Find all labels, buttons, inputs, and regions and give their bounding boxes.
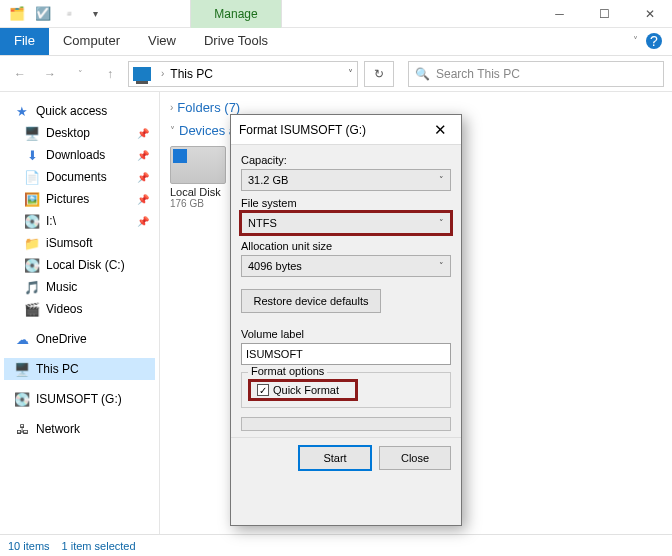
help-icon[interactable]: ?: [646, 33, 662, 49]
sidebar-quick-access[interactable]: ★ Quick access: [4, 100, 155, 122]
format-dialog: Format ISUMSOFT (G:) ✕ Capacity: 31.2 GB…: [230, 114, 462, 526]
sidebar-item-isumsoft[interactable]: 📁iSumsoft: [4, 232, 155, 254]
pin-icon: 📌: [137, 128, 149, 139]
title-bar: 🗂️ ☑️ ▫️ ▾ This PC ─ ☐ ✕: [0, 0, 672, 28]
sidebar-this-pc[interactable]: 🖥️This PC: [4, 358, 155, 380]
sidebar-item-i-drive[interactable]: 💽I:\📌: [4, 210, 155, 232]
sidebar-item-label: Videos: [46, 302, 82, 316]
volume-label-value: ISUMSOFT: [246, 348, 303, 360]
search-box[interactable]: 🔍 Search This PC: [408, 61, 664, 87]
collapse-ribbon-icon[interactable]: ˅: [633, 35, 638, 46]
qat-dropdown-icon[interactable]: ▾: [84, 3, 106, 25]
sidebar-onedrive[interactable]: ☁OneDrive: [4, 328, 155, 350]
file-tab[interactable]: File: [0, 28, 49, 55]
drive-icon: 💽: [14, 391, 30, 407]
format-progress-bar: [241, 417, 451, 431]
chevron-down-icon: ˅: [439, 175, 444, 185]
document-icon: 📄: [24, 169, 40, 185]
tab-computer[interactable]: Computer: [49, 28, 134, 55]
explorer-app-icon: 🗂️: [6, 3, 28, 25]
network-icon: 🖧: [14, 421, 30, 437]
sidebar-item-local-disk-c[interactable]: 💽Local Disk (C:): [4, 254, 155, 276]
address-chevron-icon[interactable]: ›: [161, 68, 164, 79]
drive-icon-box: [170, 146, 226, 184]
address-bar[interactable]: › This PC ˅: [128, 61, 358, 87]
quick-format-checkbox[interactable]: ✓: [257, 384, 269, 396]
picture-icon: 🖼️: [24, 191, 40, 207]
video-icon: 🎬: [24, 301, 40, 317]
dialog-buttons: Start Close: [231, 437, 461, 478]
sidebar-item-label: I:\: [46, 214, 56, 228]
up-button[interactable]: ↑: [98, 62, 122, 86]
sidebar-item-pictures[interactable]: 🖼️Pictures📌: [4, 188, 155, 210]
sidebar-item-documents[interactable]: 📄Documents📌: [4, 166, 155, 188]
chevron-down-icon: ˅: [170, 125, 175, 136]
sidebar-item-label: Pictures: [46, 192, 89, 206]
ribbon-spacer: [282, 28, 672, 55]
window-controls: ─ ☐ ✕: [537, 0, 672, 28]
dialog-title-text: Format ISUMSOFT (G:): [239, 123, 366, 137]
sidebar-item-videos[interactable]: 🎬Videos: [4, 298, 155, 320]
allocation-combo[interactable]: 4096 bytes˅: [241, 255, 451, 277]
close-button[interactable]: Close: [379, 446, 451, 470]
tab-view[interactable]: View: [134, 28, 190, 55]
quick-access-toolbar: 🗂️ ☑️ ▫️ ▾: [0, 3, 106, 25]
sidebar-item-downloads[interactable]: ⬇Downloads📌: [4, 144, 155, 166]
sidebar-item-music[interactable]: 🎵Music: [4, 276, 155, 298]
isumsoft-drive-label: ISUMSOFT (G:): [36, 392, 122, 406]
restore-defaults-button[interactable]: Restore device defaults: [241, 289, 381, 313]
filesystem-value: NTFS: [248, 217, 439, 229]
pin-icon: 📌: [137, 216, 149, 227]
tab-drive-tools[interactable]: Manage Drive Tools: [190, 28, 282, 55]
sidebar-item-label: Local Disk (C:): [46, 258, 125, 272]
recent-locations-icon[interactable]: ˅: [68, 62, 92, 86]
close-window-button[interactable]: ✕: [627, 0, 672, 28]
minimize-button[interactable]: ─: [537, 0, 582, 28]
this-pc-icon: 🖥️: [14, 361, 30, 377]
format-options-legend: Format options: [248, 365, 327, 377]
status-item-count: 10 items: [8, 540, 50, 552]
onedrive-label: OneDrive: [36, 332, 87, 346]
allocation-label: Allocation unit size: [241, 240, 451, 252]
sidebar-item-desktop[interactable]: 🖥️Desktop📌: [4, 122, 155, 144]
filesystem-label: File system: [241, 197, 451, 209]
volume-label-input[interactable]: ISUMSOFT: [241, 343, 451, 365]
folder-icon: 📁: [24, 235, 40, 251]
ribbon-tabs: File Computer View Manage Drive Tools ˅ …: [0, 28, 672, 56]
chevron-right-icon: ›: [170, 102, 173, 113]
back-button[interactable]: ←: [8, 62, 32, 86]
sidebar-network[interactable]: 🖧Network: [4, 418, 155, 440]
capacity-value: 31.2 GB: [248, 174, 439, 186]
network-label: Network: [36, 422, 80, 436]
cloud-icon: ☁: [14, 331, 30, 347]
qat-properties-icon[interactable]: ☑️: [32, 3, 54, 25]
filesystem-combo[interactable]: NTFS˅: [241, 212, 451, 234]
sidebar-item-label: Music: [46, 280, 77, 294]
search-placeholder: Search This PC: [436, 67, 520, 81]
maximize-button[interactable]: ☐: [582, 0, 627, 28]
address-dropdown-icon[interactable]: ˅: [348, 68, 353, 79]
star-icon: ★: [14, 103, 30, 119]
forward-button[interactable]: →: [38, 62, 62, 86]
status-bar: 10 items 1 item selected: [0, 534, 672, 556]
drive-icon: 💽: [24, 257, 40, 273]
start-button[interactable]: Start: [299, 446, 371, 470]
sidebar-item-label: iSumsoft: [46, 236, 93, 250]
qat-new-folder-icon[interactable]: ▫️: [58, 3, 80, 25]
status-selected-count: 1 item selected: [62, 540, 136, 552]
chevron-down-icon: ˅: [439, 218, 444, 228]
windows-badge-icon: [173, 149, 187, 163]
dialog-close-button[interactable]: ✕: [428, 121, 453, 139]
quick-format-checkbox-row[interactable]: ✓ Quick Format: [248, 379, 358, 401]
chevron-down-icon: ˅: [439, 261, 444, 271]
navigation-bar: ← → ˅ ↑ › This PC ˅ ↻ 🔍 Search This PC: [0, 56, 672, 92]
desktop-icon: 🖥️: [24, 125, 40, 141]
address-text: This PC: [170, 67, 213, 81]
dialog-titlebar: Format ISUMSOFT (G:) ✕: [231, 115, 461, 145]
capacity-combo[interactable]: 31.2 GB˅: [241, 169, 451, 191]
refresh-button[interactable]: ↻: [364, 61, 394, 87]
sidebar-isumsoft-g[interactable]: 💽ISUMSOFT (G:): [4, 388, 155, 410]
volume-label-label: Volume label: [241, 328, 451, 340]
contextual-tab-header: Manage: [190, 0, 282, 28]
drive-icon: 💽: [24, 213, 40, 229]
